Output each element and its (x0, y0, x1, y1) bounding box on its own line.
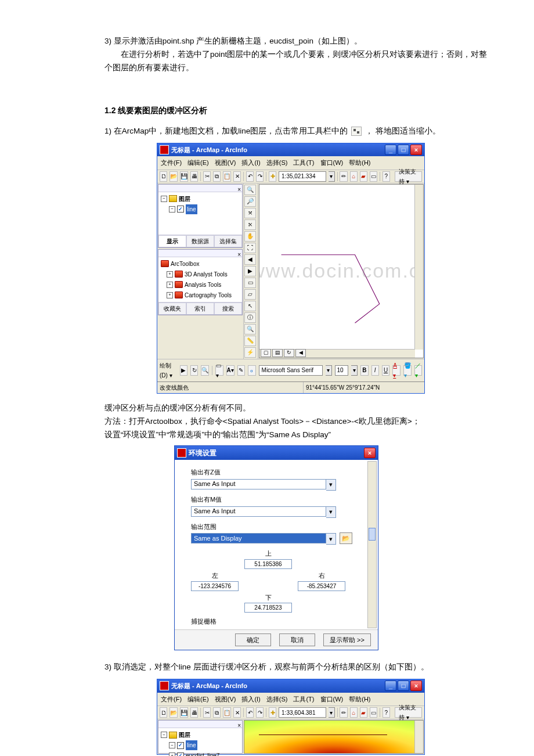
menu-edit[interactable]: 编辑(E) (187, 694, 209, 705)
model-icon[interactable]: ▭ (370, 707, 377, 718)
font-name-dropdown-icon[interactable]: ▾ (326, 365, 332, 376)
arctoolbox-icon[interactable]: ⌂ (350, 707, 358, 718)
decision-support-dropdown[interactable]: 决策支持 ▾ (395, 707, 422, 718)
menu-tools[interactable]: 工具(T) (293, 157, 314, 168)
bold-icon[interactable]: B (360, 365, 368, 376)
tool-3d[interactable]: 3D Analyst Tools (185, 269, 228, 279)
expand-icon[interactable]: + (167, 292, 173, 298)
cmd-line-icon[interactable]: ▰ (360, 707, 367, 718)
zoom-out-icon[interactable]: 🔎 (244, 196, 256, 207)
rect-icon[interactable]: ▭ ▾ (215, 365, 223, 376)
full-extent-icon[interactable]: ⛶ (244, 243, 256, 253)
print-icon[interactable]: 🖶 (190, 707, 198, 718)
layer-checkbox[interactable]: ✓ (177, 753, 184, 756)
fixed-zoom-in-icon[interactable]: ⤧ (244, 208, 256, 218)
font-color-icon[interactable]: A ▾ (392, 365, 400, 376)
z-value-combo[interactable]: Same As Input (191, 479, 326, 489)
map-canvas-2[interactable] (244, 720, 424, 754)
ok-button[interactable]: 确定 (235, 633, 271, 646)
font-size-input[interactable]: 10 (335, 365, 349, 376)
rotate-icon[interactable]: ↻ (190, 365, 198, 376)
menu-file[interactable]: 文件(F) (161, 157, 182, 168)
layer-name-line-2[interactable]: line (186, 740, 197, 750)
arctoolbox-root-label[interactable]: ArcToolbox (171, 259, 199, 269)
expand-icon[interactable]: + (169, 753, 175, 756)
extent-top-value[interactable]: 51.185386 (244, 559, 292, 569)
measure-icon[interactable]: 📏 (244, 336, 256, 346)
copy-icon[interactable]: ⧉ (213, 171, 221, 182)
env-close-button[interactable]: × (364, 448, 376, 458)
maximize-button[interactable]: □ (398, 145, 409, 155)
paste-icon[interactable]: 📋 (223, 171, 231, 182)
menu-view[interactable]: 视图(V) (215, 157, 236, 168)
pan-icon[interactable]: ✋ (244, 231, 256, 242)
dropdown-icon[interactable]: ▾ (326, 533, 336, 545)
menu-file[interactable]: 文件(F) (161, 694, 182, 705)
expand-icon[interactable]: − (161, 196, 167, 202)
select-elements-icon[interactable]: ↖ (244, 301, 256, 311)
clear-selection-icon[interactable]: ▱ (244, 289, 256, 300)
editor-icon[interactable]: ✏ (340, 707, 347, 718)
dropdown-icon[interactable]: ▾ (326, 506, 336, 518)
undo-icon[interactable]: ↶ (246, 707, 254, 718)
expand-icon[interactable]: + (167, 271, 173, 278)
identify-icon[interactable]: ⓘ (244, 312, 256, 323)
new-icon[interactable]: 🗋 (160, 707, 167, 718)
cut-icon[interactable]: ✂ (203, 707, 211, 718)
editor-icon[interactable]: ✏ (340, 171, 347, 182)
fixed-zoom-out-icon[interactable]: ⤪ (244, 219, 256, 230)
find-icon[interactable]: 🔍 (244, 324, 256, 334)
pause-draw-icon[interactable]: ◀ (295, 349, 306, 357)
prev-extent-icon[interactable]: ◀ (244, 254, 256, 265)
show-help-button[interactable]: 显示帮助 >> (323, 633, 371, 646)
menu-help[interactable]: 帮助(H) (349, 694, 370, 705)
whats-this-icon[interactable]: ? (383, 707, 390, 718)
toc-tab-display[interactable]: 显示 (158, 235, 186, 247)
add-data-icon[interactable]: ✚ (269, 171, 276, 182)
model-icon[interactable]: ▭ (370, 171, 377, 182)
browse-folder-icon[interactable]: 📂 (340, 532, 352, 544)
toc-tab-source[interactable]: 数据源 (186, 235, 214, 247)
select-icon[interactable]: ▶ (180, 365, 187, 376)
zoom-icon[interactable]: 🔍 (201, 365, 209, 376)
menu-help[interactable]: 帮助(H) (349, 157, 370, 168)
font-sample-icon[interactable]: ℴ (248, 365, 255, 376)
map-canvas[interactable]: www.docin.com.cn ▢ ▤ ↻ ◀ (259, 184, 424, 358)
menu-window[interactable]: 窗口(W) (320, 694, 344, 705)
toc-root-label[interactable]: 图层 (179, 194, 190, 204)
whats-this-icon[interactable]: ? (383, 171, 390, 182)
minimize-button[interactable]: _ (385, 681, 396, 691)
menu-tools[interactable]: 工具(T) (293, 694, 314, 705)
paste-icon[interactable]: 📋 (223, 707, 231, 718)
maximize-button[interactable]: □ (398, 681, 409, 691)
scale-input-2[interactable]: 1:33,604.381 (279, 707, 326, 718)
env-vertical-scrollbar[interactable] (367, 461, 377, 628)
line-color-icon[interactable]: ／ ▾ (414, 365, 422, 376)
add-data-icon[interactable]: ✚ (269, 707, 276, 718)
font-size-dropdown-icon[interactable]: ▾ (351, 365, 358, 376)
panel-tab-search[interactable]: 搜索 (214, 303, 242, 315)
scale-input[interactable]: 1:35,021.334 (279, 171, 326, 182)
extent-right-value[interactable]: -85.253427 (298, 581, 345, 591)
menu-edit[interactable]: 编辑(E) (187, 157, 209, 168)
cut-icon[interactable]: ✂ (203, 171, 211, 182)
text-icon[interactable]: A ▾ (226, 365, 234, 376)
open-icon[interactable]: 📂 (169, 171, 178, 182)
data-view-icon[interactable]: ▢ (261, 349, 271, 357)
toc-close-icon[interactable]: × (237, 721, 241, 728)
save-icon[interactable]: 💾 (180, 171, 188, 182)
vertical-scrollbar[interactable] (414, 721, 423, 753)
menu-insert[interactable]: 插入(I) (241, 694, 260, 705)
refresh-icon[interactable]: ↻ (284, 349, 294, 357)
vertical-scrollbar[interactable] (414, 185, 423, 350)
menu-select[interactable]: 选择(S) (266, 157, 288, 168)
panel-tab-index[interactable]: 索引 (186, 303, 214, 315)
layout-view-icon[interactable]: ▤ (272, 349, 283, 357)
scale-dropdown-icon[interactable]: ▾ (329, 707, 335, 718)
extent-left-value[interactable]: -123.234576 (191, 581, 239, 591)
next-extent-icon[interactable]: ▶ (244, 266, 256, 276)
menu-window[interactable]: 窗口(W) (320, 157, 344, 168)
toolbox-close-icon[interactable]: × (237, 250, 241, 257)
layer-name-line[interactable]: line (186, 204, 197, 214)
delete-icon[interactable]: ✕ (233, 171, 241, 182)
